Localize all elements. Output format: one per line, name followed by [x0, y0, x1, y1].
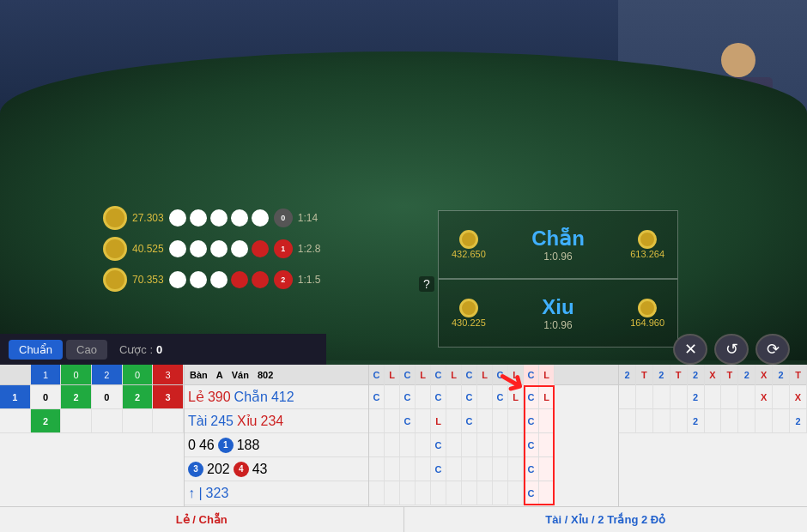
control-bar: Chuẩn Cao Cược : 0 — [0, 334, 326, 365]
dice-2 — [169, 271, 269, 288]
d-c2-1: C — [400, 385, 416, 409]
cl-data-row3: C C — [369, 433, 618, 457]
cl-data-row1: C C C C C L C L — [369, 385, 618, 409]
chan-left: 432.650 — [452, 230, 486, 259]
ng-2-1 — [0, 409, 31, 433]
cuoc-value: 0 — [156, 343, 162, 356]
chan-stat-val: 412 — [271, 390, 294, 405]
odds-0: 1:14 — [298, 212, 318, 224]
d-l3-1 — [446, 385, 462, 409]
tx-header: 2 T 2 T 2 X T 2 X 2 T — [619, 365, 807, 385]
xiu-right: 164.960 — [630, 299, 664, 328]
header-2: 0 — [61, 365, 92, 385]
d-l2-1 — [416, 385, 431, 409]
cl-data-row5: C — [369, 481, 618, 505]
h-l6: L — [539, 365, 555, 385]
van-label: Ván — [232, 370, 249, 380]
d-c5-1: C — [493, 385, 508, 409]
h-c4: C — [462, 365, 477, 385]
xiu-left: 430.225 — [452, 299, 486, 328]
ng-2-5 — [123, 409, 154, 433]
d-c6-1: C — [524, 385, 539, 409]
chan-section[interactable]: 432.650 Chẵn 1:0.96 613.264 — [438, 210, 678, 279]
close-button[interactable]: ✕ — [673, 334, 707, 365]
dice-0 — [169, 209, 269, 227]
cl-grid-header: C L C L C L C L C L C L — [369, 365, 618, 385]
d-l5-1: L — [508, 385, 524, 409]
question-mark: ? — [419, 276, 434, 292]
chan-stat-label: Chẵn — [234, 389, 268, 405]
h-l3: L — [446, 365, 462, 385]
td-2-1: 2 — [688, 385, 705, 409]
bet-row-2[interactable]: 70.353 2 1:1.5 — [103, 268, 429, 292]
ng-2-6 — [153, 409, 184, 433]
bet-row-0[interactable]: 27.303 0 1:14 — [103, 206, 429, 230]
ball-w9 — [231, 240, 248, 257]
h-l5: L — [508, 365, 524, 385]
chan-right: 613.264 — [630, 230, 664, 259]
zero-val: 0 — [188, 438, 196, 453]
chip-chan — [459, 230, 478, 249]
cl-data-row2: C L C C — [369, 409, 618, 433]
ball-r1 — [252, 240, 269, 257]
val-43: 43 — [252, 462, 268, 477]
ball-w3 — [210, 209, 228, 227]
ball-r2 — [231, 271, 248, 288]
zero-row: 0 46 1 188 — [185, 433, 368, 457]
arrow-up: ↑ | — [188, 486, 203, 501]
chip-chan-r — [638, 230, 657, 249]
h-c1: C — [369, 365, 385, 385]
next-val: 323 — [206, 486, 229, 501]
xiu-stat-val: 234 — [261, 414, 284, 429]
header-5: 3 — [153, 365, 184, 385]
xiu-section[interactable]: 430.225 Xiu 1:0.96 164.960 — [438, 279, 678, 348]
ball-w6 — [169, 240, 186, 257]
xiu-amount: 430.225 — [452, 317, 486, 328]
undo-button[interactable]: ↺ — [714, 334, 749, 365]
odds-1: 1:2.8 — [298, 243, 321, 255]
ball-w5 — [252, 209, 269, 227]
ball-w8 — [210, 240, 228, 257]
ng-2-4 — [92, 409, 123, 433]
h-c6: C — [524, 365, 539, 385]
ball-w11 — [190, 271, 207, 288]
h-l4: L — [477, 365, 493, 385]
th-2-3: 2 — [688, 365, 705, 385]
ng-1-6: 3 — [153, 385, 184, 409]
d-l4-1 — [477, 385, 493, 409]
chan-amount-r: 613.264 — [630, 249, 664, 259]
ball-r3 — [252, 271, 269, 288]
chip-40525 — [103, 237, 127, 261]
ball-w7 — [190, 240, 207, 257]
ng-1-3: 2 — [61, 385, 92, 409]
chip-27303 — [103, 206, 127, 230]
van-num: 802 — [258, 370, 273, 380]
xiu-label: Xiu — [542, 295, 573, 319]
header-1: 1 — [31, 365, 62, 385]
td-x-1: X — [755, 385, 773, 409]
dealer-head — [721, 43, 755, 77]
bet-row-1[interactable]: 40.525 1 1:2.8 — [103, 237, 429, 261]
cao-button[interactable]: Cao — [66, 340, 107, 360]
chuan-button[interactable]: Chuẩn — [9, 340, 63, 360]
circle-4: 4 — [234, 462, 249, 477]
amount-27303: 27.303 — [132, 212, 164, 224]
footer-right: Tài / Xỉu / 2 Trắng 2 Đỏ — [404, 506, 808, 532]
cuoc-label: Cược : — [119, 343, 153, 356]
d-c1-1: C — [369, 385, 385, 409]
header-0 — [0, 365, 31, 385]
tx-row2: 2 2 — [619, 409, 807, 433]
ban-label: Bàn — [190, 370, 208, 380]
chip-xiu-r — [638, 299, 657, 317]
val-202: 202 — [207, 462, 230, 477]
ng-2-3 — [61, 409, 92, 433]
h-c2: C — [400, 365, 416, 385]
th-2-2: 2 — [653, 365, 670, 385]
xiu-center: Xiu 1:0.96 — [542, 295, 573, 331]
ng-1-1: 1 — [0, 385, 31, 409]
ng-1-4: 0 — [92, 385, 123, 409]
num-grid-data: 1 0 2 0 2 3 2 — [0, 385, 184, 433]
chip-xiu — [459, 299, 478, 317]
refresh-button[interactable]: ⟳ — [755, 334, 790, 365]
th-2-5: 2 — [773, 365, 790, 385]
